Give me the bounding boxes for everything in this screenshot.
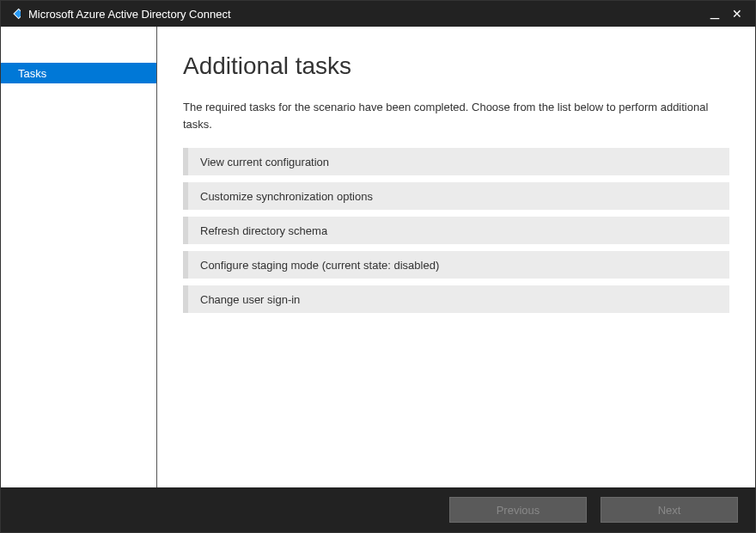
button-label: Previous xyxy=(497,504,540,517)
sidebar: Tasks xyxy=(1,27,157,487)
task-change-signin[interactable]: Change user sign-in xyxy=(183,285,729,313)
task-view-configuration[interactable]: View current configuration xyxy=(183,148,729,175)
task-staging-mode[interactable]: Configure staging mode (current state: d… xyxy=(183,251,729,279)
minimize-button[interactable]: _ xyxy=(704,0,726,23)
close-button[interactable]: ✕ xyxy=(726,1,748,27)
task-list: View current configuration Customize syn… xyxy=(183,148,729,313)
task-refresh-schema[interactable]: Refresh directory schema xyxy=(183,217,729,244)
page-title: Additional tasks xyxy=(183,52,729,80)
task-label: View current configuration xyxy=(200,156,329,168)
sidebar-item-tasks[interactable]: Tasks xyxy=(1,63,156,83)
main-panel: Additional tasks The required tasks for … xyxy=(157,27,755,487)
task-label: Change user sign-in xyxy=(200,293,300,306)
button-label: Next xyxy=(658,504,681,517)
page-description: The required tasks for the scenario have… xyxy=(183,99,729,132)
content-area: Tasks Additional tasks The required task… xyxy=(1,27,755,487)
sidebar-item-label: Tasks xyxy=(18,67,46,80)
previous-button[interactable]: Previous xyxy=(449,497,587,523)
task-label: Configure staging mode (current state: d… xyxy=(200,259,439,272)
app-icon xyxy=(6,6,21,21)
window-title: Microsoft Azure Active Directory Connect xyxy=(28,8,231,21)
footer: Previous Next xyxy=(1,487,755,532)
task-customize-sync[interactable]: Customize synchronization options xyxy=(183,182,729,210)
titlebar: Microsoft Azure Active Directory Connect… xyxy=(1,1,755,27)
svg-rect-0 xyxy=(14,9,21,18)
task-label: Refresh directory schema xyxy=(200,224,327,237)
task-label: Customize synchronization options xyxy=(200,190,373,203)
next-button[interactable]: Next xyxy=(601,497,738,523)
